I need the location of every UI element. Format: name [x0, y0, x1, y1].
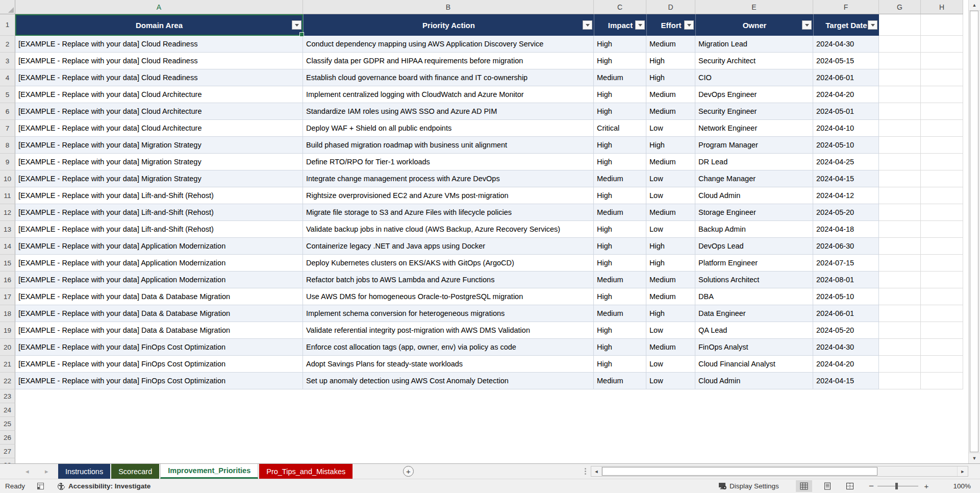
cell-G18[interactable] — [879, 305, 921, 322]
cell-F11[interactable]: 2024-04-12 — [813, 187, 879, 204]
cell-B3[interactable]: Classify data per GDPR and HIPAA require… — [303, 53, 594, 69]
column-header-C[interactable]: C — [594, 0, 646, 14]
cell-F14[interactable]: 2024-06-30 — [813, 238, 879, 255]
cell-E15[interactable]: Platform Engineer — [695, 255, 813, 272]
cell-C22[interactable]: Medium — [594, 373, 646, 389]
cell-G12[interactable] — [879, 204, 921, 221]
cell-C12[interactable]: Medium — [594, 204, 646, 221]
row-header-2[interactable]: 2 — [0, 36, 15, 53]
cell-A21[interactable]: [EXAMPLE - Replace with your data] FinOp… — [15, 356, 303, 373]
cell-A22[interactable]: [EXAMPLE - Replace with your data] FinOp… — [15, 373, 303, 389]
cell-H4[interactable] — [921, 69, 963, 86]
cell-B22[interactable]: Set up anomaly detection using AWS Cost … — [303, 373, 594, 389]
cell-G15[interactable] — [879, 255, 921, 272]
cell-B2[interactable]: Conduct dependency mapping using AWS App… — [303, 36, 594, 53]
row-header-16[interactable]: 16 — [0, 272, 15, 288]
row-header-18[interactable]: 18 — [0, 305, 15, 322]
cell-E4[interactable]: CIO — [695, 69, 813, 86]
cell-B19[interactable]: Validate referential integrity post-migr… — [303, 322, 594, 339]
zoom-out-button[interactable]: − — [867, 479, 875, 493]
new-sheet-button[interactable]: + — [403, 466, 414, 477]
header-cell-priority-action[interactable]: Priority Action — [303, 14, 594, 36]
zoom-slider-handle[interactable] — [895, 483, 898, 489]
cell-F2[interactable]: 2024-04-30 — [813, 36, 879, 53]
cell-C10[interactable]: Medium — [594, 170, 646, 187]
scroll-down-icon[interactable]: ▼ — [969, 453, 980, 463]
cell-D14[interactable]: High — [646, 238, 695, 255]
cell-A19[interactable]: [EXAMPLE - Replace with your data] Data … — [15, 322, 303, 339]
cell-B20[interactable]: Enforce cost allocation tags (app, owner… — [303, 339, 594, 356]
filter-button-D1[interactable] — [684, 20, 694, 30]
cell-D2[interactable]: Medium — [646, 36, 695, 53]
row-header-3[interactable]: 3 — [0, 53, 15, 69]
cell-F4[interactable]: 2024-06-01 — [813, 69, 879, 86]
view-page-break-button[interactable] — [842, 480, 858, 492]
zoom-in-button[interactable]: + — [922, 479, 931, 493]
cell-B4[interactable]: Establish cloud governance board with fi… — [303, 69, 594, 86]
row-header-26[interactable]: 26 — [0, 431, 15, 445]
cell-B8[interactable]: Build phased migration roadmap with busi… — [303, 137, 594, 154]
cell-D5[interactable]: Medium — [646, 86, 695, 103]
cell-B10[interactable]: Integrate change management process with… — [303, 170, 594, 187]
cell-D21[interactable]: Low — [646, 356, 695, 373]
cell-A18[interactable]: [EXAMPLE - Replace with your data] Data … — [15, 305, 303, 322]
cell-B15[interactable]: Deploy Kubernetes clusters on EKS/AKS wi… — [303, 255, 594, 272]
row-header-27[interactable]: 27 — [0, 445, 15, 458]
cell-F16[interactable]: 2024-08-01 — [813, 272, 879, 288]
cell-G14[interactable] — [879, 238, 921, 255]
row-header-14[interactable]: 14 — [0, 238, 15, 255]
cell-F3[interactable]: 2024-05-15 — [813, 53, 879, 69]
cell-H19[interactable] — [921, 322, 963, 339]
filter-button-A1[interactable] — [292, 20, 301, 30]
cell-F13[interactable]: 2024-04-18 — [813, 221, 879, 238]
cell-G13[interactable] — [879, 221, 921, 238]
filter-button-F1[interactable] — [868, 20, 877, 30]
cell-F17[interactable]: 2024-05-10 — [813, 288, 879, 305]
cell-H13[interactable] — [921, 221, 963, 238]
scroll-right-icon[interactable]: ► — [957, 466, 968, 476]
cell-E12[interactable]: Storage Engineer — [695, 204, 813, 221]
cell-E17[interactable]: DBA — [695, 288, 813, 305]
cell-G11[interactable] — [879, 187, 921, 204]
cell-C13[interactable]: High — [594, 221, 646, 238]
cell-H17[interactable] — [921, 288, 963, 305]
vertical-scrollbar-thumb[interactable] — [970, 11, 978, 452]
cell-D18[interactable]: High — [646, 305, 695, 322]
cell-F12[interactable]: 2024-05-20 — [813, 204, 879, 221]
cell-C5[interactable]: High — [594, 86, 646, 103]
column-header-F[interactable]: F — [813, 0, 879, 14]
cell-B7[interactable]: Deploy WAF + Shield on all public endpoi… — [303, 120, 594, 137]
cell-G2[interactable] — [879, 36, 921, 53]
cell-B6[interactable]: Standardize IAM roles using AWS SSO and … — [303, 103, 594, 120]
tab-pro-tips-and-mistakes[interactable]: Pro_Tips_and_Mistakes — [259, 464, 353, 479]
row-header-10[interactable]: 10 — [0, 170, 15, 187]
cell-B16[interactable]: Refactor batch jobs to AWS Lambda and Az… — [303, 272, 594, 288]
cell-C2[interactable]: High — [594, 36, 646, 53]
row-header-6[interactable]: 6 — [0, 103, 15, 120]
cell-F6[interactable]: 2024-05-01 — [813, 103, 879, 120]
cell-A4[interactable]: [EXAMPLE - Replace with your data] Cloud… — [15, 69, 303, 86]
sheet-nav-prev-icon[interactable]: ◂ — [26, 467, 29, 475]
cell-E5[interactable]: DevOps Engineer — [695, 86, 813, 103]
cell-C17[interactable]: High — [594, 288, 646, 305]
cell-A6[interactable]: [EXAMPLE - Replace with your data] Cloud… — [15, 103, 303, 120]
filter-button-C1[interactable] — [635, 20, 645, 30]
macro-record-icon[interactable] — [37, 479, 44, 493]
cell-H20[interactable] — [921, 339, 963, 356]
column-header-E[interactable]: E — [695, 0, 813, 14]
cell-A20[interactable]: [EXAMPLE - Replace with your data] FinOp… — [15, 339, 303, 356]
cell-E9[interactable]: DR Lead — [695, 154, 813, 170]
cell-H3[interactable] — [921, 53, 963, 69]
cell-E19[interactable]: QA Lead — [695, 322, 813, 339]
cell-F8[interactable]: 2024-05-10 — [813, 137, 879, 154]
cell-H12[interactable] — [921, 204, 963, 221]
cell-G19[interactable] — [879, 322, 921, 339]
cell-C3[interactable]: High — [594, 53, 646, 69]
cell-C21[interactable]: High — [594, 356, 646, 373]
cell-D4[interactable]: High — [646, 69, 695, 86]
sheet-nav-next-icon[interactable]: ▸ — [45, 467, 48, 475]
cell-E18[interactable]: Data Engineer — [695, 305, 813, 322]
cell-D22[interactable]: Low — [646, 373, 695, 389]
cell-C9[interactable]: High — [594, 154, 646, 170]
cell-A13[interactable]: [EXAMPLE - Replace with your data] Lift-… — [15, 221, 303, 238]
